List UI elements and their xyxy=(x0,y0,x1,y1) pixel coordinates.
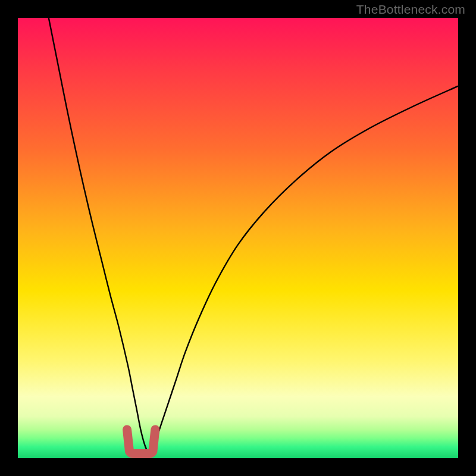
attribution-label: TheBottleneck.com xyxy=(356,2,465,17)
bottleneck-chart xyxy=(18,18,458,458)
chart-plot-area xyxy=(18,18,458,458)
gradient-background xyxy=(18,18,458,458)
outer-frame: TheBottleneck.com xyxy=(0,0,476,476)
